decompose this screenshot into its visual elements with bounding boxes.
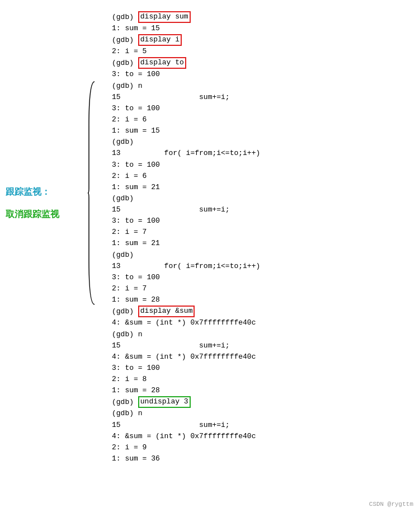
code-line: 15 sum+=i; (112, 92, 409, 103)
code-line: 1: sum = 21 (112, 182, 409, 193)
code-line: 1: sum = 36 (112, 453, 409, 464)
code-line: (gdb) display i (112, 34, 409, 46)
code-line: (gdb) (112, 137, 409, 148)
page-container: (gdb) display sum1: sum = 15(gdb) displa… (0, 0, 420, 512)
code-line: 3: to = 100 (112, 272, 409, 283)
code-line: 1: sum = 28 (112, 385, 409, 396)
code-line: 3: to = 100 (112, 363, 409, 374)
code-line: (gdb) n (112, 81, 409, 92)
code-line: 13 for( i=from;i<=to;i++) (112, 261, 409, 272)
code-line: 3: to = 100 (112, 159, 409, 171)
code-line: 2: i = 7 (112, 283, 409, 294)
code-line: 15 sum+=i; (112, 340, 409, 351)
code-line: 15 sum+=i; (112, 204, 409, 215)
code-line: (gdb) display &sum (112, 306, 409, 317)
code-line: (gdb) n (112, 329, 409, 340)
code-line: 2: i = 6 (112, 114, 409, 125)
code-line: (gdb) undisplay 3 (112, 396, 409, 408)
code-line: 3: to = 100 (112, 69, 409, 80)
code-line: 1: sum = 15 (112, 23, 409, 34)
main-content: (gdb) display sum1: sum = 15(gdb) displa… (112, 11, 420, 464)
code-line: 1: sum = 21 (112, 238, 409, 249)
code-line: (gdb) (112, 250, 409, 261)
footer: CSDN @rygttm (369, 501, 413, 508)
code-line: 2: i = 7 (112, 227, 409, 238)
code-line: (gdb) (112, 193, 409, 204)
cancel-trace-label-text: 取消跟踪监视 (6, 209, 59, 220)
code-line: 4: &sum = (int *) 0x7ffffffffe40c (112, 431, 409, 442)
code-line: 4: &sum = (int *) 0x7ffffffffe40c (112, 351, 409, 363)
code-line: 3: to = 100 (112, 215, 409, 227)
code-line: 2: i = 8 (112, 374, 409, 385)
code-line: 3: to = 100 (112, 103, 409, 114)
trace-brace (87, 81, 97, 306)
cancel-trace-label: 取消跟踪监视 (6, 209, 59, 220)
code-line: 2: i = 5 (112, 46, 409, 57)
code-line: (gdb) display to (112, 57, 409, 69)
code-line: 15 sum+=i; (112, 420, 409, 431)
code-line: 2: i = 6 (112, 171, 409, 182)
code-line: 4: &sum = (int *) 0x7ffffffffe40c (112, 317, 409, 328)
code-line: (gdb) display sum (112, 11, 409, 23)
footer-text: CSDN @rygttm (369, 501, 413, 508)
code-line: 13 for( i=from;i<=to;i++) (112, 148, 409, 159)
code-line: 1: sum = 15 (112, 125, 409, 137)
code-line: (gdb) n (112, 408, 409, 419)
code-line: 1: sum = 28 (112, 294, 409, 306)
trace-label-text: 跟踪监视： (6, 186, 50, 198)
code-line: 2: i = 9 (112, 442, 409, 453)
trace-label: 跟踪监视： (6, 186, 50, 198)
